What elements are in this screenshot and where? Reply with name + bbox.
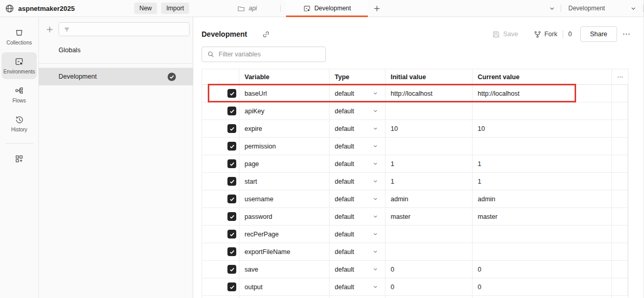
table-row[interactable]: recPerPage default [202,226,628,243]
row-checkbox[interactable] [227,89,236,98]
current-value-cell[interactable]: 10 [473,120,612,137]
import-button[interactable]: Import [161,3,189,14]
variable-type-select[interactable]: default [330,85,385,102]
current-value-cell[interactable] [473,226,612,243]
variable-type-select[interactable]: default [330,102,385,120]
variable-name-cell[interactable]: baseUrl [239,85,330,102]
link-icon[interactable] [262,31,270,38]
save-button[interactable]: Save [492,31,518,38]
table-row[interactable]: username default admin admin [202,190,628,208]
table-row[interactable]: expire default 10 10 [202,120,628,138]
header-menu-cell[interactable] [612,69,628,84]
current-value-cell[interactable]: 0 [473,278,612,295]
variable-name-cell[interactable]: recPerPage [239,226,330,243]
initial-value-cell[interactable]: 1 [385,155,473,172]
current-value-cell[interactable]: admin [473,190,612,207]
initial-value-cell[interactable]: master [385,208,473,225]
current-value-cell[interactable] [473,243,612,260]
variable-type-select[interactable]: default [330,226,385,243]
initial-value-cell[interactable]: 0 [385,261,473,278]
history-icon [15,115,24,124]
current-value-cell[interactable]: 1 [473,173,612,190]
new-button[interactable]: New [134,3,157,14]
variable-name-cell[interactable]: page [239,155,330,172]
row-checkbox[interactable] [227,247,236,256]
table-row[interactable]: exportFileName default [202,243,628,261]
filter-variables-box[interactable] [202,47,326,62]
variable-name-cell[interactable]: username [239,190,330,207]
sidebar-search-input[interactable] [74,26,185,33]
variable-type-select[interactable]: default [330,120,385,137]
initial-value-cell[interactable] [385,102,473,120]
table-row[interactable]: start default 1 1 [202,173,628,190]
row-checkbox[interactable] [227,212,236,221]
sidebar-item-flows[interactable]: Flows [2,81,37,108]
current-value-cell[interactable]: http://localhost [473,85,612,102]
variable-type-select[interactable]: default [330,243,385,260]
initial-value-cell[interactable] [385,138,473,155]
sidebar-item-history[interactable]: History [2,110,37,137]
tab-api[interactable]: api [214,0,280,17]
initial-value-cell[interactable]: admin [385,190,473,207]
more-actions-button[interactable] [622,30,631,38]
table-row[interactable]: apiKey default [202,102,628,120]
environment-selector[interactable]: Development [561,0,643,17]
environment-menu-chevron[interactable] [543,0,561,17]
row-checkbox[interactable] [227,107,236,115]
variable-name-cell[interactable]: save [239,261,330,278]
variable-name-cell[interactable]: apiKey [239,102,330,120]
variable-type-select[interactable]: default [330,261,385,278]
row-checkbox[interactable] [227,265,236,274]
table-row[interactable]: save default 0 0 [202,261,628,278]
table-row[interactable]: output default 0 0 [202,278,628,296]
sidebar-item-globals[interactable]: Globals [39,41,193,59]
row-checkbox[interactable] [227,195,236,203]
variable-name-cell[interactable]: expire [239,120,330,137]
sidebar-item-development[interactable]: Development [39,68,193,85]
initial-value-cell[interactable] [385,226,473,243]
current-value-cell[interactable]: master [473,208,612,225]
sidebar-search-box[interactable] [59,22,190,36]
initial-value-cell[interactable]: http://localhost [385,85,473,102]
sidebar-item-collections[interactable]: Collections [2,23,37,50]
variable-name-cell[interactable]: password [239,208,330,225]
variable-type-select[interactable]: default [330,173,385,190]
fork-button[interactable]: Fork [534,31,557,38]
variable-type-select[interactable]: default [330,138,385,155]
table-row[interactable]: baseUrl default http://localhost http://… [202,85,628,102]
tab-development[interactable]: Development [286,0,368,17]
variable-type-select[interactable]: default [330,155,385,172]
table-row[interactable]: password default master master [202,208,628,226]
variable-type-select[interactable]: default [330,190,385,207]
table-row[interactable]: page default 1 1 [202,155,628,173]
row-checkbox[interactable] [227,282,236,291]
variable-type-select[interactable]: default [330,278,385,295]
initial-value-cell[interactable]: 1 [385,173,473,190]
initial-value-cell[interactable] [385,243,473,260]
fork-count: 0 [568,31,572,38]
current-value-cell[interactable] [473,102,612,120]
current-value-cell[interactable] [473,138,612,155]
configure-sidebar-button[interactable] [0,149,38,169]
variable-name-cell[interactable]: exportFileName [239,243,330,260]
row-checkbox[interactable] [227,142,236,151]
table-row[interactable]: permission default [202,138,628,155]
variable-name-cell[interactable]: permission [239,138,330,155]
row-checkbox[interactable] [227,159,236,168]
share-button[interactable]: Share [580,26,617,42]
initial-value-cell[interactable]: 0 [385,278,473,295]
row-checkbox[interactable] [227,230,236,239]
variable-name-cell[interactable]: start [239,173,330,190]
chevron-down-icon [373,214,378,219]
current-value-cell[interactable]: 1 [473,155,612,172]
row-checkbox[interactable] [227,177,236,186]
sidebar-item-environments[interactable]: Environments [2,52,37,79]
current-value-cell[interactable]: 0 [473,261,612,278]
variable-type-select[interactable]: default [330,208,385,225]
add-environment-button[interactable] [46,25,54,34]
initial-value-cell[interactable]: 10 [385,120,473,137]
new-tab-button[interactable] [368,0,385,17]
variable-name-cell[interactable]: output [239,278,330,295]
row-checkbox[interactable] [227,124,236,133]
filter-variables-input[interactable] [219,51,320,58]
